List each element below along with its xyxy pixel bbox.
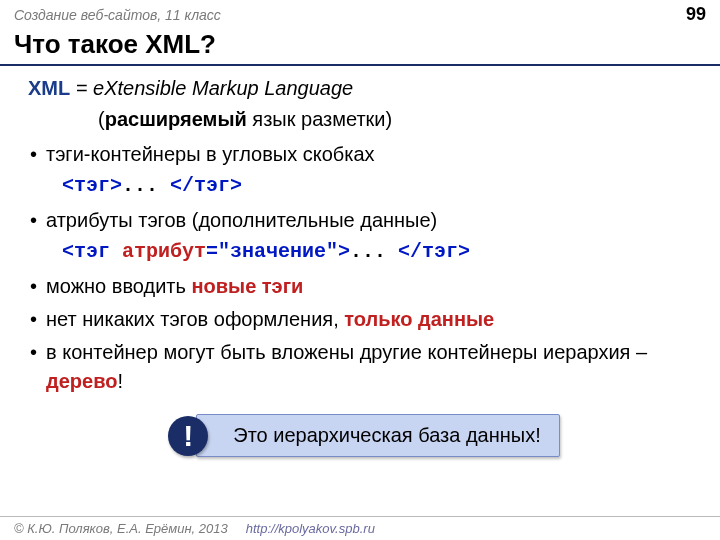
bullet-text: тэги-контейнеры в угловых скобках — [46, 143, 375, 165]
def-sub-open: ( — [98, 108, 105, 130]
bullet-highlight: только данные — [344, 308, 494, 330]
slide-header: Создание веб-сайтов, 11 класс 99 — [0, 0, 720, 27]
code-attr: атрибут — [122, 240, 206, 263]
def-expansion: eXtensible Markup Language — [93, 77, 353, 99]
list-item: атрибуты тэгов (дополнительные данные) <… — [28, 206, 700, 266]
list-item: в контейнер могут быть вложены другие ко… — [28, 338, 700, 396]
breadcrumb: Создание веб-сайтов, 11 класс — [14, 7, 221, 23]
footer-url: http://kpolyakov.spb.ru — [246, 521, 375, 536]
bullet-text: нет никаких тэгов оформления, — [46, 308, 344, 330]
page-number: 99 — [686, 4, 706, 25]
code-tag-close: </тэг> — [398, 240, 470, 263]
code-sample-2: <тэг атрибут="значение">... </тэг> — [46, 237, 700, 266]
code-sample-1: <тэг>... </тэг> — [46, 171, 700, 200]
code-dots: ... — [122, 174, 170, 197]
exclamation-icon: ! — [168, 416, 208, 456]
def-sub-bold: расширяемый — [105, 108, 247, 130]
callout-text: Это иерархическая база данных! — [196, 414, 559, 457]
callout: ! Это иерархическая база данных! — [168, 414, 559, 457]
slide-footer: © К.Ю. Поляков, Е.А. Ерёмин, 2013 http:/… — [0, 516, 720, 540]
list-item: нет никаких тэгов оформления, только дан… — [28, 305, 700, 334]
code-attr-val: ="значение"> — [206, 240, 350, 263]
code-tag-open: <тэг — [62, 240, 122, 263]
code-tag-close: </тэг> — [170, 174, 242, 197]
page-title: Что такое XML? — [0, 27, 720, 66]
copyright: © К.Ю. Поляков, Е.А. Ерёмин, 2013 — [14, 521, 228, 536]
xml-abbr: XML — [28, 77, 70, 99]
definition-subline: (расширяемый язык разметки) — [28, 105, 700, 134]
bullet-text: в контейнер могут быть вложены другие ко… — [46, 341, 647, 363]
code-dots: ... — [350, 240, 398, 263]
callout-wrap: ! Это иерархическая база данных! — [28, 414, 700, 457]
code-tag-open: <тэг> — [62, 174, 122, 197]
list-item: можно вводить новые тэги — [28, 272, 700, 301]
slide-content: XML = eXtensible Markup Language (расшир… — [0, 66, 720, 457]
bullet-text: можно вводить — [46, 275, 191, 297]
bullet-highlight: дерево — [46, 370, 117, 392]
bullet-suffix: ! — [117, 370, 123, 392]
list-item: тэги-контейнеры в угловых скобках <тэг>.… — [28, 140, 700, 200]
bullet-highlight: новые тэги — [191, 275, 303, 297]
bullet-text: атрибуты тэгов (дополнительные данные) — [46, 209, 437, 231]
def-eq: = — [70, 77, 93, 99]
definition-line: XML = eXtensible Markup Language — [28, 74, 700, 103]
bullet-list: тэги-контейнеры в угловых скобках <тэг>.… — [28, 140, 700, 396]
def-sub-rest: язык разметки) — [247, 108, 392, 130]
